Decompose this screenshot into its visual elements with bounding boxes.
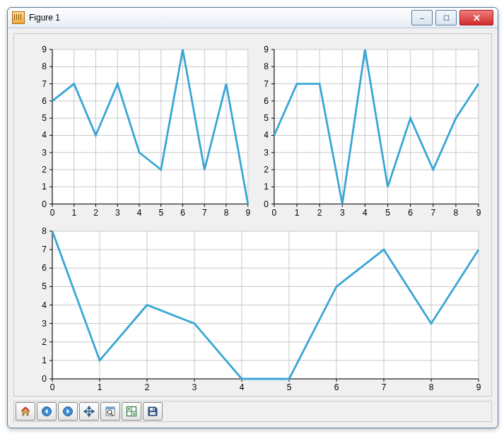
svg-text:5: 5 <box>264 113 269 123</box>
svg-text:8: 8 <box>42 226 47 236</box>
svg-text:9: 9 <box>476 382 481 392</box>
plot-svg: 0123456789012345678901234567890123456789… <box>14 34 491 396</box>
svg-rect-197 <box>128 408 130 410</box>
svg-text:2: 2 <box>317 208 322 218</box>
svg-text:0: 0 <box>42 374 47 384</box>
svg-text:1: 1 <box>295 208 300 218</box>
zoom-button[interactable] <box>100 402 120 421</box>
svg-text:8: 8 <box>429 382 434 392</box>
svg-text:1: 1 <box>42 356 47 365</box>
svg-text:7: 7 <box>382 382 387 392</box>
svg-text:2: 2 <box>145 382 150 392</box>
back-icon <box>41 406 52 417</box>
svg-text:1: 1 <box>71 208 76 218</box>
svg-rect-201 <box>150 412 156 415</box>
save-button[interactable] <box>143 402 163 421</box>
figure-canvas[interactable]: 0123456789012345678901234567890123456789… <box>13 33 492 397</box>
close-glyph: ✕ <box>473 13 481 23</box>
svg-text:5: 5 <box>42 281 47 291</box>
titlebar[interactable]: Figure 1 – ☐ ✕ <box>8 8 498 28</box>
svg-rect-200 <box>153 409 155 411</box>
svg-text:1: 1 <box>98 382 102 392</box>
svg-rect-198 <box>133 413 135 415</box>
svg-text:0: 0 <box>264 199 269 209</box>
home-button[interactable] <box>16 402 35 421</box>
svg-text:5: 5 <box>287 382 292 392</box>
svg-rect-0 <box>52 49 248 204</box>
maximize-glyph: ☐ <box>443 14 450 22</box>
svg-text:2: 2 <box>42 337 47 347</box>
svg-text:6: 6 <box>334 382 339 392</box>
svg-text:3: 3 <box>192 382 197 392</box>
svg-text:7: 7 <box>264 79 269 89</box>
svg-text:6: 6 <box>408 208 413 218</box>
minimize-button[interactable]: – <box>411 10 433 25</box>
svg-text:7: 7 <box>42 79 47 89</box>
svg-rect-191 <box>106 407 115 409</box>
svg-text:6: 6 <box>264 96 269 106</box>
svg-text:7: 7 <box>202 208 207 218</box>
forward-icon <box>62 406 74 417</box>
svg-text:4: 4 <box>137 208 142 218</box>
svg-text:5: 5 <box>158 208 163 218</box>
svg-text:1: 1 <box>42 182 47 192</box>
svg-text:5: 5 <box>42 113 47 123</box>
svg-text:3: 3 <box>264 148 269 158</box>
svg-text:4: 4 <box>240 382 245 392</box>
back-button[interactable] <box>37 402 57 421</box>
pan-icon <box>83 406 95 417</box>
svg-text:0: 0 <box>50 382 55 392</box>
svg-text:9: 9 <box>476 208 481 218</box>
pan-button[interactable] <box>79 402 99 421</box>
close-button[interactable]: ✕ <box>459 10 493 25</box>
toolbar <box>13 401 492 422</box>
svg-text:6: 6 <box>42 96 47 106</box>
svg-text:0: 0 <box>272 208 277 218</box>
svg-rect-63 <box>274 49 479 204</box>
svg-text:8: 8 <box>454 208 459 218</box>
svg-text:2: 2 <box>264 165 269 175</box>
svg-text:9: 9 <box>264 45 269 54</box>
figure-window: Figure 1 – ☐ ✕ 0123456789012345678901234… <box>7 7 498 428</box>
svg-text:3: 3 <box>42 148 47 158</box>
maximize-button[interactable]: ☐ <box>435 10 457 25</box>
svg-text:0: 0 <box>42 199 47 209</box>
window-title: Figure 1 <box>29 13 60 23</box>
svg-text:6: 6 <box>180 208 185 218</box>
home-icon <box>20 406 31 417</box>
forward-button[interactable] <box>58 402 78 421</box>
svg-text:7: 7 <box>430 208 435 218</box>
svg-text:4: 4 <box>42 300 47 310</box>
svg-text:0: 0 <box>50 208 55 218</box>
svg-text:3: 3 <box>340 208 345 218</box>
svg-text:6: 6 <box>42 263 47 273</box>
svg-text:2: 2 <box>42 165 47 175</box>
svg-text:3: 3 <box>42 319 47 329</box>
minimize-glyph: – <box>420 14 424 22</box>
svg-text:4: 4 <box>363 208 368 218</box>
svg-text:4: 4 <box>264 130 269 140</box>
zoom-icon <box>105 406 116 417</box>
svg-text:5: 5 <box>385 208 390 218</box>
svg-text:1: 1 <box>264 182 269 192</box>
svg-text:2: 2 <box>93 208 98 218</box>
svg-text:8: 8 <box>224 208 229 218</box>
svg-text:8: 8 <box>264 61 269 71</box>
configure-button[interactable] <box>122 402 141 421</box>
configure-icon <box>126 406 137 417</box>
save-icon <box>147 406 158 417</box>
svg-text:7: 7 <box>42 245 47 254</box>
svg-text:8: 8 <box>42 61 47 71</box>
svg-text:4: 4 <box>42 130 47 140</box>
app-icon <box>12 11 25 24</box>
svg-text:9: 9 <box>245 208 250 218</box>
svg-text:9: 9 <box>42 45 47 54</box>
svg-text:3: 3 <box>115 208 120 218</box>
